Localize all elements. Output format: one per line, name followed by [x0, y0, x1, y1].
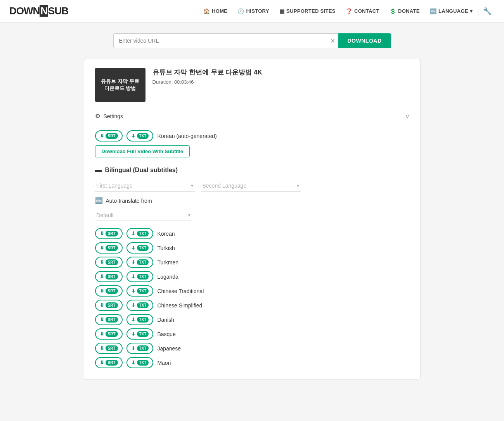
nav-item-donate[interactable]: 💲 DONATE	[386, 6, 424, 17]
url-input[interactable]: https://www.youtube.com/watch?v=JUhdLSYZ…	[113, 33, 338, 48]
grid-icon: ▦	[279, 8, 284, 14]
lang-label-5: Chinese Simplified	[157, 302, 202, 309]
srt-button-4[interactable]: ⬇ SRT	[95, 285, 123, 297]
nav-label-contact: CONTACT	[354, 8, 379, 14]
dl-icon-txt-0: ⬇	[131, 231, 135, 236]
srt-download-button-main[interactable]: ⬇ SRT	[95, 130, 123, 141]
bilingual-label: Bilingual (Dual subtitles)	[105, 167, 178, 174]
settings-label: ⚙ Settings	[95, 112, 123, 120]
txt-button-5[interactable]: ⬇ TXT	[126, 300, 154, 311]
txt-button-7[interactable]: ⬇ TXT	[126, 328, 154, 340]
nav-item-supported[interactable]: ▦ SUPPORTED SITES	[275, 6, 339, 17]
main-language-label: Korean (auto-generated)	[157, 133, 216, 139]
srt-button-0[interactable]: ⬇ SRT	[95, 228, 123, 239]
settings-row[interactable]: ⚙ Settings ∨	[95, 109, 409, 123]
srt-button-8[interactable]: ⬇ SRT	[95, 343, 123, 354]
txt-button-0[interactable]: ⬇ TXT	[126, 228, 154, 239]
srt-button-1[interactable]: ⬇ SRT	[95, 242, 123, 254]
clear-button[interactable]: ✕	[330, 37, 335, 45]
lang-label-4: Chinese Traditional	[157, 288, 204, 294]
first-language-chevron-icon: ▾	[191, 183, 193, 188]
lang-label-0: Korean	[157, 231, 175, 237]
txt-button-8[interactable]: ⬇ TXT	[126, 343, 154, 354]
txt-badge-1: TXT	[137, 245, 149, 251]
srt-button-6[interactable]: ⬇ SRT	[95, 314, 123, 325]
txt-button-6[interactable]: ⬇ TXT	[126, 314, 154, 325]
txt-badge-0: TXT	[137, 231, 149, 236]
txt-button-2[interactable]: ⬇ TXT	[126, 257, 154, 268]
txt-badge-4: TXT	[137, 288, 149, 294]
video-info: 유튜브 자막 무료 다운로드 방법 유튜브 자막 한번에 무료 다운방법 4K …	[95, 68, 409, 102]
txt-button-9[interactable]: ⬇ TXT	[126, 357, 154, 368]
srt-badge-6: SRT	[106, 317, 118, 323]
logo-part3: SUB	[48, 5, 68, 17]
dl-icon-txt-1: ⬇	[131, 245, 135, 251]
lang-label-7: Basque	[157, 331, 175, 337]
srt-button-3[interactable]: ⬇ SRT	[95, 271, 123, 282]
lang-label-9: Māori	[157, 360, 171, 366]
txt-button-4[interactable]: ⬇ TXT	[126, 285, 154, 297]
nav-link-history[interactable]: 🕐 HISTORY	[234, 6, 273, 17]
lang-row: ⬇ SRT ⬇ TXT Turkmen	[95, 257, 409, 268]
logo-highlight: N	[40, 5, 48, 17]
dl-icon-srt-0: ⬇	[100, 231, 104, 236]
srt-button-7[interactable]: ⬇ SRT	[95, 328, 123, 340]
dl-icon-txt-4: ⬇	[131, 288, 135, 294]
nav-link-contact[interactable]: ❓ CONTACT	[342, 6, 383, 17]
lang-label-3: Luganda	[157, 274, 178, 280]
srt-badge-5: SRT	[106, 302, 118, 308]
nav-label-history: HISTORY	[246, 8, 269, 14]
second-language-chevron-icon: ▾	[297, 183, 299, 188]
first-language-dropdown[interactable]: First Language ▾	[95, 180, 195, 192]
nav-item-language[interactable]: 🔤 LANGUAGE ▾	[426, 6, 476, 17]
dl-icon-srt-4: ⬇	[100, 288, 104, 294]
nav-label-language: LANGUAGE ▾	[438, 8, 473, 14]
txt-button-3[interactable]: ⬇ TXT	[126, 271, 154, 282]
question-icon: ❓	[346, 8, 352, 14]
srt-button-5[interactable]: ⬇ SRT	[95, 300, 123, 311]
nav-item-history[interactable]: 🕐 HISTORY	[234, 6, 273, 17]
nav-item-home[interactable]: 🏠 HOME	[199, 6, 232, 17]
dl-icon-srt-6: ⬇	[100, 317, 104, 323]
nav-divider	[478, 7, 478, 16]
lang-row: ⬇ SRT ⬇ TXT Turkish	[95, 242, 409, 254]
nav-link-home[interactable]: 🏠 HOME	[199, 6, 232, 17]
dl-icon-txt-5: ⬇	[131, 302, 135, 308]
nav-item-contact[interactable]: ❓ CONTACT	[342, 6, 383, 17]
main-subtitle-row: ⬇ SRT ⬇ TXT Korean (auto-generated)	[95, 130, 409, 141]
txt-download-button-main[interactable]: ⬇ TXT	[126, 130, 154, 141]
lang-row: ⬇ SRT ⬇ TXT Chinese Traditional	[95, 285, 409, 297]
nav-label-home: HOME	[212, 8, 227, 14]
video-title: 유튜브 자막 한번에 무료 다운방법 4K	[152, 68, 262, 77]
video-thumbnail: 유튜브 자막 무료 다운로드 방법	[95, 68, 145, 102]
download-icon-srt-main: ⬇	[100, 133, 104, 139]
dl-icon-txt-3: ⬇	[131, 274, 135, 280]
txt-badge-main: TXT	[137, 133, 149, 139]
logo-part1: DOWN	[9, 5, 40, 17]
nav-link-supported[interactable]: ▦ SUPPORTED SITES	[275, 6, 339, 17]
lang-row: ⬇ SRT ⬇ TXT Japanese	[95, 343, 409, 354]
gear-icon: ⚙	[95, 112, 100, 120]
wrench-icon[interactable]: 🔧	[480, 5, 495, 17]
srt-button-2[interactable]: ⬇ SRT	[95, 257, 123, 268]
full-video-button[interactable]: Download Full Video With Subtitle	[95, 145, 190, 157]
dl-icon-srt-5: ⬇	[100, 302, 104, 308]
dl-icon-srt-8: ⬇	[100, 345, 104, 351]
default-dropdown[interactable]: Default ▾	[95, 210, 192, 221]
srt-button-9[interactable]: ⬇ SRT	[95, 357, 123, 368]
lang-row: ⬇ SRT ⬇ TXT Danish	[95, 314, 409, 325]
translate-icon: 🔤	[95, 197, 103, 204]
dl-icon-srt-1: ⬇	[100, 245, 104, 251]
lang-label-8: Japanese	[157, 345, 181, 352]
nav-link-donate[interactable]: 💲 DONATE	[386, 6, 424, 17]
lang-label-2: Turkmen	[157, 259, 178, 266]
txt-button-1[interactable]: ⬇ TXT	[126, 242, 154, 254]
donate-icon: 💲	[390, 8, 396, 14]
dl-icon-srt-3: ⬇	[100, 274, 104, 280]
logo[interactable]: DOWNNSUB	[9, 5, 68, 17]
dl-icon-srt-2: ⬇	[100, 259, 104, 265]
second-language-dropdown[interactable]: Second Language ▾	[201, 180, 301, 192]
nav-link-language[interactable]: 🔤 LANGUAGE ▾	[426, 6, 476, 17]
lang-row: ⬇ SRT ⬇ TXT Luganda	[95, 271, 409, 282]
download-button[interactable]: DOWNLOAD	[338, 33, 391, 48]
